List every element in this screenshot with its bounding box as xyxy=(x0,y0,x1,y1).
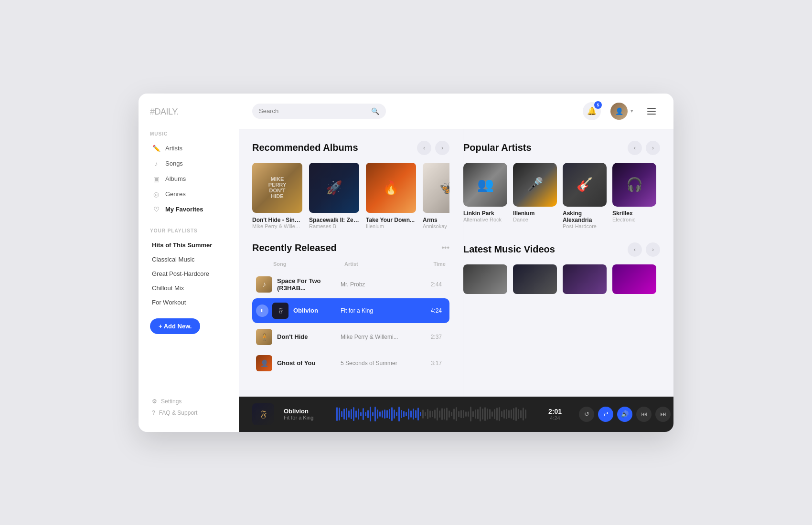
player-time: 2:01 4:24 xyxy=(541,408,569,421)
albums-next-button[interactable]: › xyxy=(435,141,449,155)
user-profile[interactable]: 👤 ▾ xyxy=(610,103,633,120)
album-cover-3: 🔥 xyxy=(366,163,416,213)
app-logo: #DAILY. xyxy=(150,107,227,117)
artists-row: 👥 Linkin Park Alternative Rock 🎤 Illeniu… xyxy=(463,163,660,229)
content-area: Recommended Albums ‹ › MIKEPERRYDON'THID… xyxy=(239,129,673,397)
track-row[interactable]: 👤 Ghost of You 5 Seconds of Summer 3:17 xyxy=(252,351,449,376)
pencil-icon: ✏️ xyxy=(152,145,160,152)
track-artist: Fit for a King xyxy=(341,307,417,314)
album-icon: ▣ xyxy=(152,175,160,183)
artist-card[interactable]: 🎤 Illenium Dance xyxy=(513,163,557,229)
avatar: 👤 xyxy=(610,103,628,120)
album-card[interactable]: 🔥 Take Your Down... Illenium xyxy=(366,163,416,229)
col-song-label: Song xyxy=(252,261,344,267)
popular-artists-section: Popular Artists ‹ › 👥 Linkin Park A xyxy=(463,141,660,229)
track-time: 2:37 xyxy=(417,334,446,340)
artist-genre: Post-Hardcore xyxy=(563,223,607,229)
faq-item[interactable]: ? FAQ & Support xyxy=(150,407,227,419)
prev-button[interactable]: ⏮ xyxy=(636,407,652,422)
col-artist-label: Artist xyxy=(344,261,421,267)
main-content: 🔍 🔔 5 👤 ▾ Reco xyxy=(239,94,673,432)
notification-badge: 5 xyxy=(594,101,602,109)
sidebar-item-songs[interactable]: ♪ Songs xyxy=(150,157,227,171)
track-row[interactable]: ♪ Space For Two (R3HAB... Mr. Probz 2:44 xyxy=(252,272,449,297)
artist-card[interactable]: 🎸 Asking Alexandria Post-Hardcore xyxy=(563,163,607,229)
artist-photo: 🎤 xyxy=(513,163,557,207)
recently-released-section: Recently Released ••• Song Artist Time ♪… xyxy=(252,242,449,376)
track-table-header: Song Artist Time xyxy=(252,259,449,269)
albums-prev-button[interactable]: ‹ xyxy=(417,141,431,155)
waveform[interactable] xyxy=(331,406,531,423)
music-icon: ♪ xyxy=(152,160,160,168)
videos-prev-button[interactable]: ‹ xyxy=(628,242,642,257)
track-row-active[interactable]: ⏸ 𝔉 Oblivion Fit for a King 4:24 xyxy=(252,298,449,323)
sidebar-item-genres[interactable]: ◎ Genres xyxy=(150,187,227,201)
volume-button[interactable]: 🔊 xyxy=(617,407,632,422)
latest-videos-title: Latest Music Videos xyxy=(463,244,555,255)
sidebar-item-artists[interactable]: ✏️ Artists xyxy=(150,141,227,156)
track-artist: 5 Seconds of Summer xyxy=(341,360,417,367)
more-options-button[interactable]: ••• xyxy=(441,243,449,252)
shuffle-button[interactable]: ⇄ xyxy=(598,407,613,422)
recommended-albums-title: Recommended Albums xyxy=(252,142,358,153)
menu-icon xyxy=(647,114,656,115)
album-nav-arrows: ‹ › xyxy=(417,141,449,155)
repeat-button[interactable]: ↺ xyxy=(579,407,594,422)
heart-icon: ♡ xyxy=(152,206,160,213)
album-card[interactable]: MIKEPERRYDON'THIDE Don't Hide - Single M… xyxy=(252,163,302,229)
sidebar-item-albums[interactable]: ▣ Albums xyxy=(150,172,227,186)
search-input[interactable] xyxy=(259,107,367,115)
video-thumbnail[interactable] xyxy=(612,264,656,294)
player-artist-name: Fit for a King xyxy=(284,415,322,420)
video-thumbnail[interactable] xyxy=(513,264,557,294)
track-row[interactable]: 🧍 Don't Hide Mike Perry & Willemi... 2:3… xyxy=(252,325,449,349)
artist-name: Asking Alexandria xyxy=(563,210,607,223)
track-name: Oblivion xyxy=(293,307,341,314)
right-panel: Popular Artists ‹ › 👥 Linkin Park A xyxy=(463,129,673,397)
artist-card[interactable]: 🎧 Skrillex Electronic xyxy=(612,163,656,229)
playlist-posthardcore[interactable]: Great Post-Hardcore xyxy=(150,267,227,281)
artist-card[interactable]: 👥 Linkin Park Alternative Rock xyxy=(463,163,507,229)
artists-prev-button[interactable]: ‹ xyxy=(628,141,642,155)
menu-icon xyxy=(647,111,656,112)
recommended-albums-section: Recommended Albums ‹ › MIKEPERRYDON'THID… xyxy=(252,141,449,229)
artist-photo: 🎧 xyxy=(612,163,656,207)
album-card[interactable]: 🚀 Spacewalk II: Zer... Rameses B xyxy=(309,163,359,229)
music-section-label: MUSIC xyxy=(150,131,227,136)
playlist-chillout[interactable]: Chillout Mix xyxy=(150,281,227,295)
videos-next-button[interactable]: › xyxy=(646,242,660,257)
playlist-hits[interactable]: Hits of This Summer xyxy=(150,238,227,252)
album-card[interactable]: 🦋 Arms Annisokay xyxy=(423,163,449,229)
menu-button[interactable] xyxy=(643,103,660,120)
video-thumbnail[interactable] xyxy=(563,264,607,294)
video-thumbnail[interactable] xyxy=(463,264,507,294)
album-cover-1: MIKEPERRYDON'THIDE xyxy=(252,163,302,213)
track-time: 3:17 xyxy=(417,360,446,367)
album-artist: Annisokay xyxy=(423,223,449,229)
videos-row xyxy=(463,264,660,294)
album-cover-4: 🦋 xyxy=(423,163,449,213)
notification-button[interactable]: 🔔 5 xyxy=(583,102,601,120)
track-thumbnail: ♪ xyxy=(256,276,272,293)
popular-artists-header: Popular Artists ‹ › xyxy=(463,141,660,155)
next-button[interactable]: ⏭ xyxy=(655,407,671,422)
track-time: 4:24 xyxy=(417,307,446,314)
playlist-workout[interactable]: For Workout xyxy=(150,295,227,309)
player-current-time: 2:01 xyxy=(541,408,569,415)
sidebar-item-favorites[interactable]: ♡ My Favorites xyxy=(150,202,227,217)
add-new-button[interactable]: + Add New. xyxy=(150,318,200,334)
latest-videos-header: Latest Music Videos ‹ › xyxy=(463,242,660,257)
settings-item[interactable]: ⚙ Settings xyxy=(150,396,227,407)
recommended-albums-header: Recommended Albums ‹ › xyxy=(252,141,449,155)
track-artist: Mr. Probz xyxy=(341,281,417,288)
artists-next-button[interactable]: › xyxy=(646,141,660,155)
playlist-classical[interactable]: Classical Music xyxy=(150,252,227,266)
player-album-art: 𝔉 xyxy=(252,403,274,425)
artist-genre: Electronic xyxy=(612,217,656,222)
recently-released-title: Recently Released xyxy=(252,242,337,253)
search-bar[interactable]: 🔍 xyxy=(252,104,386,119)
popular-artists-title: Popular Artists xyxy=(463,142,532,153)
track-thumbnail: 🧍 xyxy=(256,329,272,345)
left-panel: Recommended Albums ‹ › MIKEPERRYDON'THID… xyxy=(239,129,463,397)
track-artist: Mike Perry & Willemi... xyxy=(341,334,417,340)
